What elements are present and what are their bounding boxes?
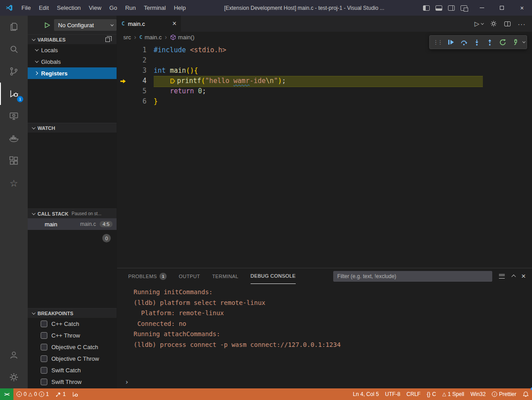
notifications-bell[interactable] xyxy=(519,388,532,400)
breakpoint-checkbox[interactable] xyxy=(41,344,47,350)
console-line: Connected: no xyxy=(134,319,532,329)
run-or-debug-button[interactable]: ▷ xyxy=(474,20,483,27)
panel-tab-output[interactable]: OUTPUT xyxy=(179,268,200,284)
watch-section-header[interactable]: WATCH xyxy=(28,123,117,133)
panel-tab-problems[interactable]: PROBLEMS1 xyxy=(128,268,167,284)
minimize-button[interactable] xyxy=(472,0,492,16)
editor-actions: ▷ ··· xyxy=(474,16,532,32)
code-line-6[interactable]: 6} xyxy=(117,96,532,107)
debug-console-output[interactable]: Running initCommands:(lldb) platform sel… xyxy=(117,284,532,388)
step-out-button[interactable] xyxy=(483,37,496,48)
breakpoint-row[interactable]: Objective C Throw xyxy=(28,353,117,364)
menu-edit[interactable]: Edit xyxy=(35,0,53,16)
cursor-position[interactable]: Ln 4, Col 5 xyxy=(350,388,382,400)
breadcrumb-src[interactable]: src xyxy=(123,34,131,41)
editor-settings-gear-icon[interactable] xyxy=(490,20,497,27)
code-line-5[interactable]: 5 return 0; xyxy=(117,86,532,96)
accounts-icon[interactable] xyxy=(0,344,28,366)
split-editor-icon[interactable] xyxy=(504,21,511,26)
platform-status[interactable]: Win32 xyxy=(467,388,489,400)
maximize-panel-icon[interactable] xyxy=(511,275,516,279)
toggle-sidebar-icon[interactable] xyxy=(423,5,430,11)
tab-main-c[interactable]: C main.c × xyxy=(117,16,181,32)
remote-indicator[interactable]: >< xyxy=(0,388,13,400)
breadcrumb-symbol[interactable]: main() xyxy=(170,34,195,41)
toggle-panel-icon[interactable] xyxy=(436,5,442,11)
breakpoint-row[interactable]: Objective C Catch xyxy=(28,341,117,353)
extensions-icon[interactable] xyxy=(0,150,28,172)
console-prompt-icon[interactable]: › xyxy=(125,378,129,386)
breakpoint-checkbox[interactable] xyxy=(41,355,47,362)
menu-selection[interactable]: Selection xyxy=(53,0,84,16)
code-line-4[interactable]: 4 printf("hello wamr-ide\n"); xyxy=(117,76,532,86)
menu-help[interactable]: Help xyxy=(170,0,190,16)
more-actions-icon[interactable]: ··· xyxy=(518,20,526,28)
source-control-icon[interactable] xyxy=(0,60,28,83)
problems-status[interactable]: × 0 △ 0 i 1 xyxy=(13,388,52,400)
variables-item-globals[interactable]: Globals xyxy=(28,56,117,67)
continue-button[interactable] xyxy=(444,37,457,48)
tab-close-icon[interactable]: × xyxy=(172,20,176,27)
step-over-button[interactable] xyxy=(457,37,470,48)
panel-tab-debug-console[interactable]: DEBUG CONSOLE xyxy=(251,268,296,284)
console-line: (lldb) platform select remote-linux xyxy=(134,298,532,308)
callstack-section-header[interactable]: CALL STACK Paused on st... xyxy=(28,208,117,218)
menu-terminal[interactable]: Terminal xyxy=(140,0,170,16)
drag-handle-icon[interactable]: ⋮⋮ xyxy=(432,39,444,46)
debug-badge: 1 xyxy=(17,96,24,103)
close-button[interactable]: × xyxy=(512,0,532,16)
restart-button[interactable] xyxy=(496,37,509,48)
eol-status[interactable]: CRLF xyxy=(403,388,423,400)
formatter-status[interactable]: / Prettier xyxy=(489,388,519,400)
breakpoint-label: Swift Catch xyxy=(51,367,81,374)
breakpoint-row[interactable]: Swift Catch xyxy=(28,364,117,376)
variables-item-registers[interactable]: Registers xyxy=(28,67,117,79)
disconnect-button[interactable] xyxy=(509,37,522,48)
breadcrumb-file[interactable]: C main.c xyxy=(139,34,162,41)
docker-icon[interactable] xyxy=(0,127,28,150)
code-editor[interactable]: 1#include <stdio.h>23int main(){4 printf… xyxy=(117,42,532,268)
breakpoint-row[interactable]: C++ Throw xyxy=(28,329,117,341)
remote-explorer-icon[interactable] xyxy=(0,105,28,127)
start-debugging-icon[interactable] xyxy=(44,22,50,29)
variables-item-locals[interactable]: Locals xyxy=(28,44,117,56)
breakpoint-checkbox[interactable] xyxy=(41,379,47,385)
search-icon[interactable] xyxy=(0,38,28,60)
console-menu-icon[interactable] xyxy=(499,274,505,279)
code-line-2[interactable]: 2 xyxy=(117,55,532,66)
step-into-button[interactable] xyxy=(470,37,483,48)
warning-icon: △ xyxy=(29,392,32,396)
debug-session-dropdown-icon[interactable] xyxy=(522,40,525,43)
code-line-3[interactable]: 3int main(){ xyxy=(117,66,532,76)
debug-configuration-dropdown[interactable]: No Configurat xyxy=(54,19,117,31)
menu-go[interactable]: Go xyxy=(105,0,121,16)
tools-status[interactable]: 1 xyxy=(52,388,69,400)
menu-run[interactable]: Run xyxy=(121,0,140,16)
close-panel-icon[interactable]: × xyxy=(521,272,526,280)
variables-section-header[interactable]: VARIABLES xyxy=(28,34,117,44)
breakpoints-section-header[interactable]: BREAKPOINTS xyxy=(28,308,117,318)
breakpoint-row[interactable]: Swift Throw xyxy=(28,376,117,388)
breakpoint-row[interactable]: C++ Catch xyxy=(28,318,117,329)
breakpoint-checkbox[interactable] xyxy=(41,367,47,374)
customize-layout-icon[interactable] xyxy=(461,5,467,11)
breakpoint-checkbox[interactable] xyxy=(41,332,47,339)
collapse-all-icon[interactable] xyxy=(105,38,110,42)
star-icon[interactable]: ☆ xyxy=(0,172,28,194)
breakpoint-checkbox[interactable] xyxy=(41,321,47,327)
debug-status[interactable] xyxy=(69,388,81,400)
toggle-secondary-sidebar-icon[interactable] xyxy=(448,5,455,11)
spell-status[interactable]: △ 1 Spell xyxy=(439,388,467,400)
console-filter-input[interactable] xyxy=(333,271,492,282)
stack-frame-row[interactable]: main main.c 4:5 xyxy=(28,218,117,230)
menu-file[interactable]: File xyxy=(17,0,35,16)
menu-view[interactable]: View xyxy=(85,0,105,16)
run-and-debug-icon[interactable]: 1 xyxy=(0,83,28,105)
language-status[interactable]: {} C xyxy=(423,388,439,400)
panel-tab-terminal[interactable]: TERMINAL xyxy=(212,268,239,284)
settings-gear-icon[interactable] xyxy=(0,366,28,388)
maximize-button[interactable] xyxy=(492,0,512,16)
explorer-icon[interactable] xyxy=(0,16,28,38)
line-number: 1 xyxy=(129,45,147,55)
encoding-status[interactable]: UTF-8 xyxy=(382,388,403,400)
